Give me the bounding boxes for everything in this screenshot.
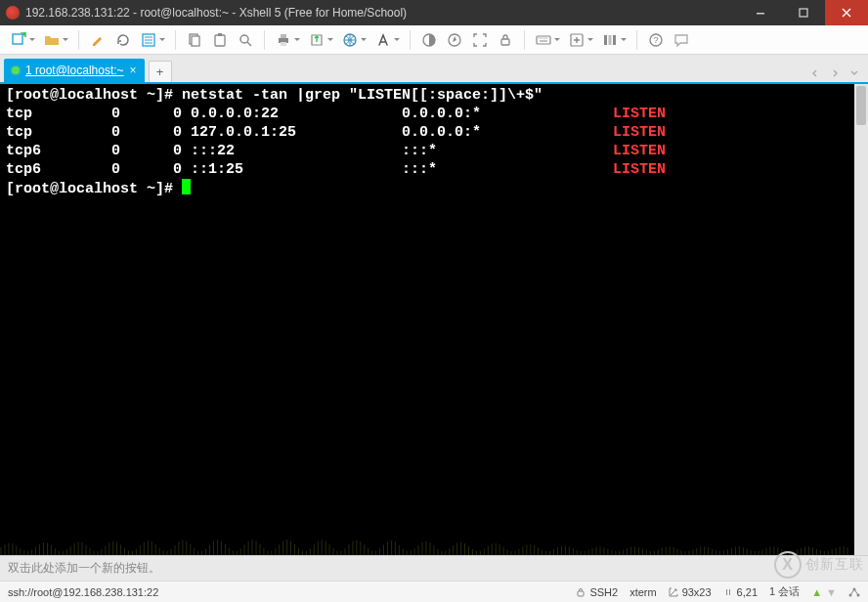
tab-prev-button[interactable] [806, 64, 824, 82]
compass-icon[interactable] [444, 29, 465, 51]
close-button[interactable] [825, 0, 868, 25]
terminal-output[interactable]: [root@localhost ~]# netstat -tan |grep "… [0, 84, 868, 200]
print-icon[interactable] [273, 29, 294, 51]
globe-icon[interactable] [339, 29, 361, 51]
scrollbar-thumb[interactable] [856, 86, 866, 125]
lock-toolbar-icon[interactable] [495, 29, 516, 51]
new-tab-button[interactable]: + [149, 61, 172, 82]
copy-icon[interactable] [184, 29, 205, 51]
svg-rect-25 [729, 589, 730, 595]
file-transfer-icon[interactable] [306, 29, 327, 51]
svg-rect-23 [578, 591, 584, 596]
traffic-up-icon: ▲ [811, 586, 822, 598]
svg-rect-15 [501, 39, 509, 45]
new-session-icon[interactable] [8, 29, 29, 51]
svg-point-8 [240, 35, 248, 43]
open-icon[interactable] [41, 29, 63, 51]
traffic-down-icon: ▼ [826, 586, 837, 598]
tab-next-button[interactable] [826, 64, 844, 82]
properties-icon[interactable] [138, 29, 159, 51]
svg-text:?: ? [653, 35, 658, 45]
svg-rect-5 [192, 36, 199, 46]
minimize-button[interactable] [739, 0, 782, 25]
size-icon [669, 587, 678, 597]
svg-rect-6 [215, 35, 225, 46]
session-tab-active[interactable]: 1 root@localhost:~ × [4, 59, 145, 82]
svg-rect-20 [613, 35, 616, 45]
svg-rect-24 [726, 589, 727, 595]
highlight-icon[interactable] [87, 29, 108, 51]
font-icon[interactable] [372, 29, 394, 51]
session-tabstrip: 1 root@localhost:~ × + [0, 55, 868, 82]
find-icon[interactable] [235, 29, 256, 51]
svg-rect-10 [281, 34, 286, 38]
cursor-pos-icon [723, 587, 733, 597]
window-titlebar: 192.168.238.131:22 - root@localhost:~ - … [0, 0, 868, 25]
color-scheme-icon[interactable] [418, 29, 440, 51]
svg-rect-16 [537, 36, 550, 44]
status-protocol: SSH2 [589, 586, 618, 598]
main-toolbar: ? [0, 25, 868, 55]
svg-rect-19 [609, 35, 612, 45]
lock-icon [576, 587, 586, 597]
status-size: 93x23 [682, 586, 712, 598]
tab-menu-button[interactable] [846, 64, 863, 82]
columns-icon[interactable] [599, 29, 621, 51]
status-bar: ssh://root@192.168.238.131:22 SSH2 xterm… [0, 580, 868, 602]
svg-rect-11 [281, 42, 286, 46]
svg-rect-7 [218, 33, 222, 36]
keyboard-icon[interactable] [533, 29, 554, 51]
add-button-icon[interactable] [566, 29, 587, 51]
status-url: ssh://root@192.168.238.131:22 [8, 586, 564, 598]
network-icon [848, 587, 860, 597]
terminal-scrollbar[interactable] [854, 84, 868, 555]
close-tab-icon[interactable]: × [130, 64, 137, 77]
quick-button-bar[interactable]: 双击此处添加一个新的按钮。 [0, 555, 868, 580]
session-tab-label: 1 root@localhost:~ [25, 64, 124, 77]
svg-rect-1 [800, 9, 807, 17]
fullscreen-icon[interactable] [469, 29, 491, 51]
help-icon[interactable]: ? [645, 29, 667, 51]
status-term: xterm [629, 586, 657, 598]
maximize-button[interactable] [782, 0, 825, 25]
terminal-decorative-wave [0, 487, 850, 555]
hintbar-text: 双击此处添加一个新的按钮。 [8, 560, 160, 577]
terminal-pane[interactable]: [root@localhost ~]# netstat -tan |grep "… [0, 82, 868, 555]
app-icon [6, 6, 20, 20]
svg-rect-18 [604, 35, 607, 45]
svg-rect-0 [757, 13, 764, 15]
status-sessions: 1 会话 [769, 584, 800, 599]
paste-icon[interactable] [209, 29, 231, 51]
svg-rect-2 [13, 34, 22, 44]
connection-led-icon [12, 66, 20, 74]
window-title: 192.168.238.131:22 - root@localhost:~ - … [25, 6, 739, 20]
status-cursor: 6,21 [737, 586, 758, 598]
reconnect-icon[interactable] [112, 29, 134, 51]
feedback-icon[interactable] [671, 29, 692, 51]
